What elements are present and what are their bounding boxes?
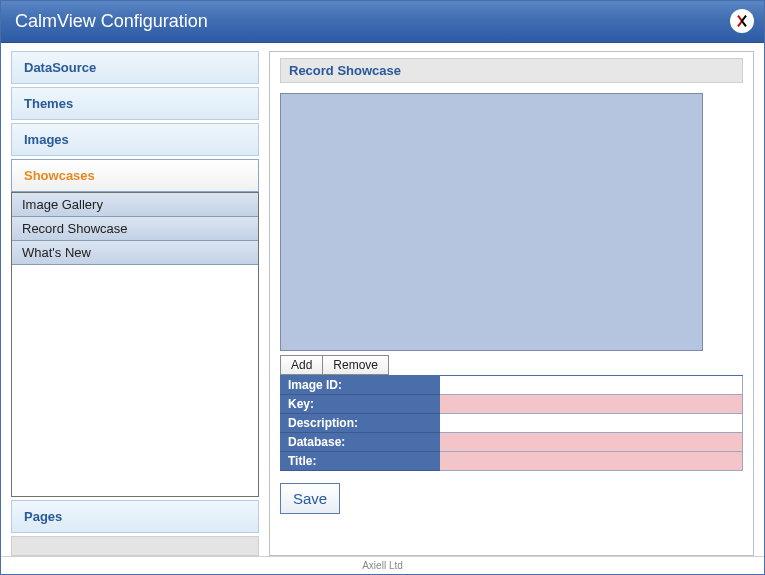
nav-images[interactable]: Images [11, 123, 259, 156]
showcases-sublist: Image Gallery Record Showcase What's New [11, 192, 259, 497]
save-button[interactable]: Save [280, 483, 340, 514]
footer-text: Axiell Ltd [1, 556, 764, 574]
label-description: Description: [280, 414, 440, 433]
label-database: Database: [280, 433, 440, 452]
nav-showcases[interactable]: Showcases [11, 159, 259, 192]
main-panel: Record Showcase Add Remove Image ID: Key… [269, 51, 754, 556]
nav-datasource[interactable]: DataSource [11, 51, 259, 84]
nav-spacer [11, 536, 259, 556]
app-title: CalmView Configuration [15, 11, 208, 31]
showcase-preview[interactable] [280, 93, 703, 351]
input-key[interactable] [440, 395, 743, 414]
sub-whats-new[interactable]: What's New [12, 241, 258, 265]
nav-pages[interactable]: Pages [11, 500, 259, 533]
action-tabs: Add Remove [280, 355, 743, 375]
remove-button[interactable]: Remove [322, 355, 389, 375]
label-key: Key: [280, 395, 440, 414]
label-image-id: Image ID: [280, 376, 440, 395]
title-bar: CalmView Configuration [1, 1, 764, 43]
nav-themes[interactable]: Themes [11, 87, 259, 120]
panel-heading: Record Showcase [280, 58, 743, 83]
add-button[interactable]: Add [280, 355, 323, 375]
brand-icon [730, 9, 754, 33]
sublist-empty-area [12, 265, 258, 496]
input-title[interactable] [440, 452, 743, 471]
input-database[interactable] [440, 433, 743, 452]
input-image-id[interactable] [440, 376, 743, 395]
input-description[interactable] [440, 414, 743, 433]
label-title: Title: [280, 452, 440, 471]
sub-image-gallery[interactable]: Image Gallery [12, 193, 258, 217]
properties-form: Image ID: Key: Description: Database: Ti… [280, 375, 743, 471]
sub-record-showcase[interactable]: Record Showcase [12, 217, 258, 241]
sidebar: DataSource Themes Images Showcases Image… [11, 51, 259, 556]
